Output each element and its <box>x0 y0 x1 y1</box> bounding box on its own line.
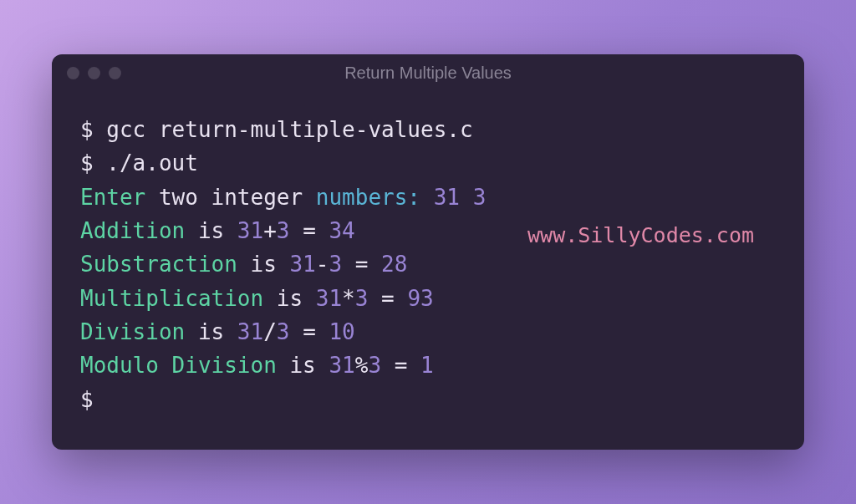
equals-sign: = <box>289 319 329 344</box>
output-label: Division <box>80 319 185 344</box>
output-value: 31 <box>316 286 342 311</box>
output-result: 1 <box>420 353 434 378</box>
output-result: 28 <box>381 252 407 277</box>
prompt-symbol: $ <box>80 387 94 412</box>
output-value: 31 <box>237 319 263 344</box>
output-value: 31 <box>289 252 315 277</box>
terminal-line: Modulo Division is 31%3 = 1 <box>80 349 776 382</box>
terminal-window: Return Multiple Values www.SillyCodes.co… <box>52 54 804 450</box>
command-text: gcc return-multiple-values.c <box>106 117 472 142</box>
terminal-line: Division is 31/3 = 10 <box>80 315 776 349</box>
output-value: 31 <box>329 353 354 378</box>
operator: / <box>263 319 277 344</box>
output-label: Substraction <box>80 252 237 277</box>
output-value: 3 <box>329 252 342 277</box>
titlebar: Return Multiple Values <box>52 54 804 91</box>
prompt-symbol: $ <box>80 150 94 176</box>
window-title: Return Multiple Values <box>344 64 512 83</box>
output-label: numbers: <box>316 185 420 210</box>
output-text: two integer <box>145 185 316 210</box>
output-text: is <box>185 218 237 243</box>
close-icon[interactable] <box>67 67 79 79</box>
output-result: 34 <box>329 218 354 243</box>
terminal-line: Substraction is 31-3 = 28 <box>80 247 776 281</box>
output-value: 31 3 <box>420 185 486 210</box>
prompt-symbol: $ <box>80 117 94 142</box>
output-label: Multiplication <box>80 286 263 311</box>
equals-sign: = <box>289 218 329 243</box>
minimize-icon[interactable] <box>88 67 100 79</box>
command-text <box>94 117 107 142</box>
operator: % <box>355 353 369 378</box>
output-value: 31 <box>237 218 263 243</box>
equals-sign: = <box>368 286 407 311</box>
equals-sign: = <box>342 252 381 277</box>
output-text: is <box>237 252 290 277</box>
output-result: 93 <box>407 286 433 311</box>
output-label: Addition <box>80 218 185 243</box>
traffic-lights <box>67 67 121 79</box>
output-text: is <box>185 319 237 344</box>
terminal-line: $ gcc return-multiple-values.c <box>80 113 776 146</box>
terminal-line: Multiplication is 31*3 = 93 <box>80 282 776 315</box>
watermark: www.SillyCodes.com <box>527 220 754 252</box>
command-text <box>94 150 107 176</box>
terminal-line: $ ./a.out <box>80 146 776 180</box>
command-text: ./a.out <box>106 150 198 176</box>
output-value: 3 <box>277 218 290 243</box>
output-result: 10 <box>329 319 354 344</box>
terminal-body[interactable]: www.SillyCodes.com $ gcc return-multiple… <box>52 91 804 450</box>
output-text: is <box>277 353 329 378</box>
operator: - <box>316 252 329 277</box>
operator: + <box>263 218 277 243</box>
output-value: 3 <box>355 286 369 311</box>
equals-sign: = <box>381 353 420 378</box>
output-label: Enter <box>80 185 145 210</box>
output-label: Modulo Division <box>80 353 277 378</box>
terminal-line: Enter two integer numbers: 31 3 <box>80 181 776 214</box>
output-text: is <box>263 286 316 311</box>
operator: * <box>342 286 355 311</box>
terminal-line: $ <box>80 383 776 416</box>
maximize-icon[interactable] <box>109 67 121 79</box>
output-value: 3 <box>368 353 381 378</box>
output-value: 3 <box>277 319 290 344</box>
